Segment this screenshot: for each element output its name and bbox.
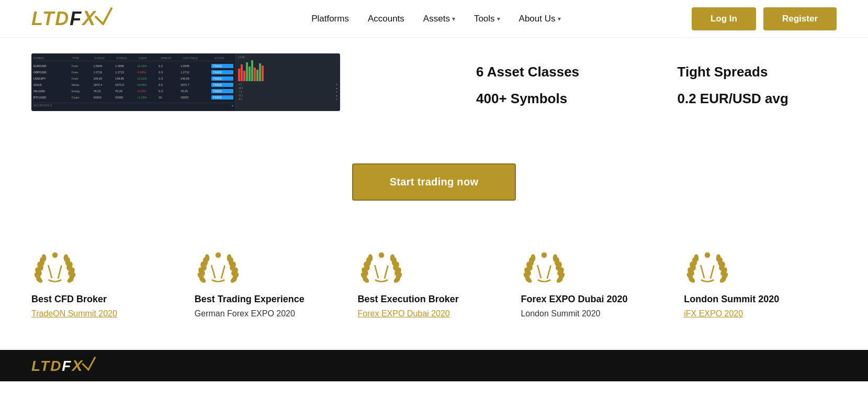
award-5-title: London Summit 2020 <box>684 294 779 305</box>
award-3-title: Best Execution Broker <box>358 294 459 305</box>
stat-tight-spreads: Tight Spreads <box>678 64 837 80</box>
svg-point-76 <box>705 252 711 258</box>
award-2-subtitle: German Forex EXPO 2020 <box>195 309 295 318</box>
svg-rect-75 <box>710 265 715 279</box>
wreath-icon-5 <box>684 248 731 284</box>
svg-rect-38 <box>374 265 379 279</box>
award-london-summit: London Summit 2020 iFX EXPO 2020 <box>684 248 837 318</box>
svg-rect-45 <box>384 265 388 279</box>
award-best-cfd: Best CFD Broker TradeON Summit 2020 <box>31 248 184 318</box>
svg-line-78 <box>88 358 95 370</box>
award-best-execution: Best Execution Broker Forex EXPO Dubai 2… <box>358 248 511 318</box>
award-4-subtitle: London Summit 2020 <box>521 309 600 318</box>
tools-chevron-icon: ▾ <box>497 15 500 23</box>
award-best-trading: Best Trading Experience German Forex EXP… <box>195 248 347 318</box>
footer-logo[interactable]: LTDFX <box>31 357 96 375</box>
award-1-subtitle[interactable]: TradeON Summit 2020 <box>31 309 117 318</box>
svg-rect-8 <box>48 265 52 279</box>
svg-rect-23 <box>211 265 216 279</box>
award-4-title: Forex EXPO Dubai 2020 <box>521 294 627 305</box>
svg-rect-30 <box>220 265 225 279</box>
awards-section: Best CFD Broker TradeON Summit 2020 <box>0 232 868 350</box>
stat-symbols: 400+ Symbols <box>476 91 636 107</box>
stats-area: 6 Asset Classes Tight Spreads 400+ Symbo… <box>476 53 837 107</box>
award-3-subtitle[interactable]: Forex EXPO Dubai 2020 <box>358 309 450 318</box>
award-2-title: Best Trading Experience <box>195 294 305 305</box>
stat-eur-usd: 0.2 EUR/USD avg <box>678 91 837 107</box>
svg-rect-53 <box>537 265 542 279</box>
wreath-icon-1 <box>31 248 78 284</box>
about-chevron-icon: ▾ <box>558 15 561 23</box>
nav-about-us[interactable]: About Us ▾ <box>519 14 561 24</box>
footer-logo-fx: F <box>62 358 72 374</box>
wreath-icon-3 <box>358 248 405 284</box>
svg-point-61 <box>542 252 547 258</box>
svg-line-77 <box>83 364 89 370</box>
svg-rect-68 <box>700 265 705 279</box>
nav-assets[interactable]: Assets ▾ <box>423 14 455 24</box>
flag-de[interactable]: 🇩🇪 <box>150 14 164 24</box>
nav-accounts[interactable]: Accounts <box>368 14 404 24</box>
stat-asset-classes: 6 Asset Classes <box>476 64 636 80</box>
svg-point-46 <box>378 252 384 258</box>
svg-point-16 <box>52 252 58 258</box>
cta-section: Start trading now <box>0 122 868 232</box>
award-5-subtitle[interactable]: iFX EXPO 2020 <box>684 309 743 318</box>
wreath-icon-2 <box>195 248 242 284</box>
assets-chevron-icon: ▾ <box>452 15 455 23</box>
login-button[interactable]: Log In <box>692 7 756 30</box>
award-forex-expo: Forex EXPO Dubai 2020 London Summit 2020 <box>521 248 673 318</box>
flag-uk[interactable]: 🇬🇧 <box>133 14 147 24</box>
svg-rect-60 <box>547 265 551 279</box>
header: LTDFX 🇬🇧 🇩🇪 🇮🇹 Platforms Accounts Assets… <box>0 0 868 38</box>
register-button[interactable]: Register <box>763 7 837 30</box>
main-section: SYMBOL TYPE S.PRICE B.PRICE CHG% SPREAD … <box>0 38 868 122</box>
flag-it[interactable]: 🇮🇹 <box>167 14 181 24</box>
svg-rect-15 <box>58 265 62 279</box>
header-buttons: Log In Register <box>692 7 837 30</box>
award-1-title: Best CFD Broker <box>31 294 107 305</box>
svg-line-1 <box>103 8 111 24</box>
logo[interactable]: LTDFX <box>31 7 112 30</box>
svg-point-31 <box>216 252 221 258</box>
logo-checkmark-icon <box>94 5 112 28</box>
footer-logo-ltd: LTD <box>31 358 62 374</box>
svg-line-0 <box>96 17 103 24</box>
footer-logo-check-icon <box>81 355 96 373</box>
logo-ltd: LTD <box>31 8 70 29</box>
footer: LTDFX <box>0 350 868 381</box>
main-nav: Platforms Accounts Assets ▾ Tools ▾ Abou… <box>181 14 692 24</box>
nav-platforms[interactable]: Platforms <box>311 14 349 24</box>
platform-screenshot: SYMBOL TYPE S.PRICE B.PRICE CHG% SPREAD … <box>31 53 340 111</box>
language-flags: 🇬🇧 🇩🇪 🇮🇹 <box>133 14 181 24</box>
start-trading-button[interactable]: Start trading now <box>352 163 516 201</box>
logo-fx: F <box>70 8 82 29</box>
wreath-icon-4 <box>521 248 568 284</box>
nav-tools[interactable]: Tools ▾ <box>474 14 500 24</box>
